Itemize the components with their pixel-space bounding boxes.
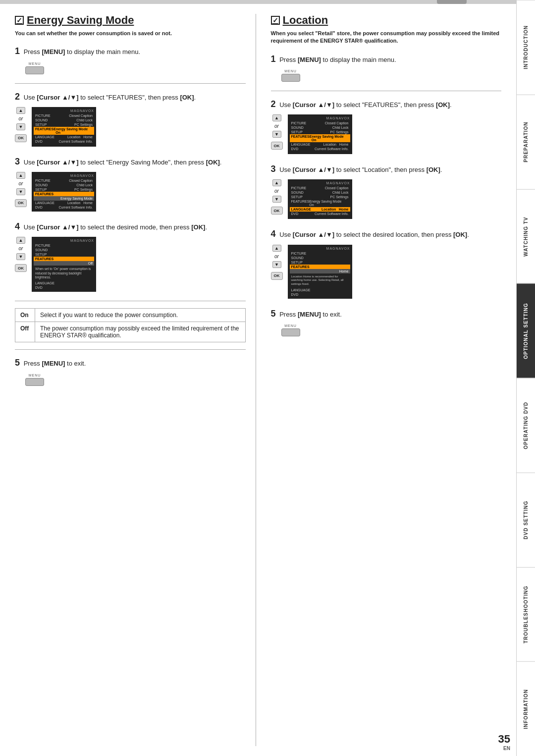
up-arrow-r2: ▲: [272, 114, 281, 121]
menu-screenshot-left-2: MAGNAVOX PICTUREClosed Caption SOUNDChil…: [32, 107, 96, 147]
options-table: On Select if you want to reduce the powe…: [15, 308, 246, 342]
option-off-desc: The power consumption may possibly excee…: [35, 322, 246, 342]
nav-remote-right-4: ▲ or ▼ OK: [271, 245, 283, 280]
tab-introduction[interactable]: INTRODUCTION: [517, 0, 535, 95]
checkbox-icon-right: ✓: [271, 16, 280, 25]
main-content: ✓ Energy Saving Mode You can set whether…: [0, 4, 516, 756]
left-step-4-remote: ▲ or ▼ OK MAGNAVOX PICTURE SOUND SETUP F…: [15, 237, 246, 292]
option-on-desc: Select if you want to reduce the power c…: [35, 309, 246, 322]
energy-saving-subtitle: You can set whether the power consumptio…: [15, 30, 246, 37]
up-arrow-3: ▲: [16, 172, 25, 179]
left-step-1-remote: MENU: [15, 62, 54, 74]
option-on: On Select if you want to reduce the powe…: [15, 309, 246, 322]
energy-saving-title: ✓ Energy Saving Mode: [15, 14, 246, 27]
left-divider-2: [15, 301, 246, 301]
option-on-key: On: [15, 309, 35, 322]
left-divider-3: [15, 349, 246, 350]
left-step-1-header: 1 Press [MENU] to display the main menu.: [15, 45, 246, 57]
ok-button-r2: OK: [271, 142, 283, 150]
right-step-2-remote: ▲ or ▼ OK MAGNAVOX PICTUREClosed Caption…: [271, 114, 502, 154]
down-arrow-3: ▼: [16, 188, 25, 195]
down-arrow-r2: ▼: [272, 131, 281, 138]
left-step-4: 4 Use [Cursor ▲/▼] to select the desired…: [15, 220, 246, 292]
nav-remote-right-3: ▲ or ▼ OK: [271, 179, 283, 215]
nav-remote-left-3: ▲ or ▼ OK: [15, 172, 27, 207]
menu-screenshot-left-4: MAGNAVOX PICTURE SOUND SETUP FEATURESOn …: [32, 237, 96, 292]
checkbox-icon: ✓: [15, 16, 24, 25]
menu-button-illustration-5: [25, 378, 44, 386]
page-lang: EN: [498, 746, 510, 751]
tab-troubleshooting[interactable]: TROUBLESHOOTING: [517, 567, 535, 662]
tab-preparation[interactable]: PREPARATION: [517, 95, 535, 189]
location-title: ✓ Location: [271, 14, 502, 27]
up-arrow-4: ▲: [16, 237, 25, 244]
left-step-3-remote: ▲ or ▼ OK MAGNAVOX PICTUREClosed Caption…: [15, 172, 246, 212]
energy-saving-section: ✓ Energy Saving Mode You can set whether…: [15, 14, 256, 746]
right-step-5: 5 Press [MENU] to exit. MENU: [271, 308, 502, 336]
menu-screenshot-right-2: MAGNAVOX PICTUREClosed Caption SOUNDChil…: [288, 114, 352, 154]
menu-screenshot-left-3: MAGNAVOX PICTUREClosed Caption SOUNDChil…: [32, 172, 96, 212]
menu-screenshot-right-3: MAGNAVOX PICTUREClosed Caption SOUNDChil…: [288, 179, 352, 219]
option-off-key: Off: [15, 322, 35, 342]
right-step-4-remote: ▲ or ▼ OK MAGNAVOX PICTURE SOUND SETUP F…: [271, 245, 502, 299]
right-step-1-remote: MENU: [271, 69, 311, 82]
down-arrow-r3: ▼: [272, 196, 281, 203]
tab-information[interactable]: INFORMATION: [517, 661, 535, 756]
down-arrow: ▼: [16, 123, 25, 130]
location-subtitle: When you select "Retail" store, the powe…: [271, 30, 502, 45]
top-bar-accent: [437, 0, 467, 4]
ok-button: OK: [15, 134, 27, 142]
down-arrow-4: ▼: [16, 253, 25, 260]
left-step-2-remote: ▲ or ▼ OK MAGNAVOX PICTUREClosed Caption…: [15, 107, 246, 147]
right-menu-btn-5: [281, 328, 300, 336]
down-arrow-r4: ▼: [272, 261, 281, 268]
tab-watching-tv[interactable]: WATCHING TV: [517, 189, 535, 284]
side-tabs: INTRODUCTION PREPARATION WATCHING TV OPT…: [516, 0, 535, 756]
ok-button-3: OK: [15, 199, 27, 207]
option-off: Off The power consumption may possibly e…: [15, 322, 246, 342]
up-arrow-r3: ▲: [272, 179, 281, 186]
nav-remote-left-2: ▲ or ▼ OK: [15, 107, 27, 142]
left-step-5-remote: MENU: [15, 374, 54, 386]
top-bar: [0, 0, 516, 4]
menu-button-illustration: [25, 66, 44, 74]
tab-dvd-setting[interactable]: DVD SETTING: [517, 473, 535, 567]
right-divider-1: [271, 91, 502, 91]
right-step-3-remote: ▲ or ▼ OK MAGNAVOX PICTUREClosed Caption…: [271, 179, 502, 219]
right-step-5-remote: MENU: [271, 324, 311, 336]
up-arrow-r4: ▲: [272, 245, 281, 252]
page-number: 35: [498, 733, 510, 746]
right-step-3: 3 Use [Cursor ▲/▼] to select "Location",…: [271, 163, 502, 219]
location-section: ✓ Location When you select "Retail" stor…: [266, 14, 502, 746]
ok-button-4: OK: [15, 264, 27, 272]
left-step-2: 2 Use [Cursor ▲/▼] to select "FEATURES",…: [15, 91, 246, 147]
right-step-2: 2 Use [Cursor ▲/▼] to select "FEATURES",…: [271, 98, 502, 154]
right-step-4: 4 Use [Cursor ▲/▼] to select the desired…: [271, 228, 502, 299]
left-step-1: 1 Press [MENU] to display the main menu.…: [15, 45, 246, 74]
left-divider-1: [15, 83, 246, 84]
left-step-3: 3 Use [Cursor ▲/▼] to select "Energy Sav…: [15, 156, 246, 212]
right-step-1: 1 Press [MENU] to display the main menu.…: [271, 53, 502, 82]
page-number-area: 35 EN: [498, 733, 510, 751]
nav-remote-left-4: ▲ or ▼ OK: [15, 237, 27, 272]
up-arrow: ▲: [16, 107, 25, 114]
ok-button-r3: OK: [271, 207, 283, 215]
ok-button-r4: OK: [271, 272, 283, 280]
tab-operating-dvd[interactable]: OPERATING DVD: [517, 378, 535, 473]
left-step-5: 5 Press [MENU] to exit. MENU: [15, 357, 246, 385]
right-menu-btn-1: [281, 74, 300, 82]
tab-optional-setting[interactable]: OPTIONAL SETTING: [517, 283, 535, 378]
menu-screenshot-right-4: MAGNAVOX PICTURE SOUND SETUP FEATURESRet…: [288, 245, 352, 299]
nav-remote-right-2: ▲ or ▼ OK: [271, 114, 283, 150]
